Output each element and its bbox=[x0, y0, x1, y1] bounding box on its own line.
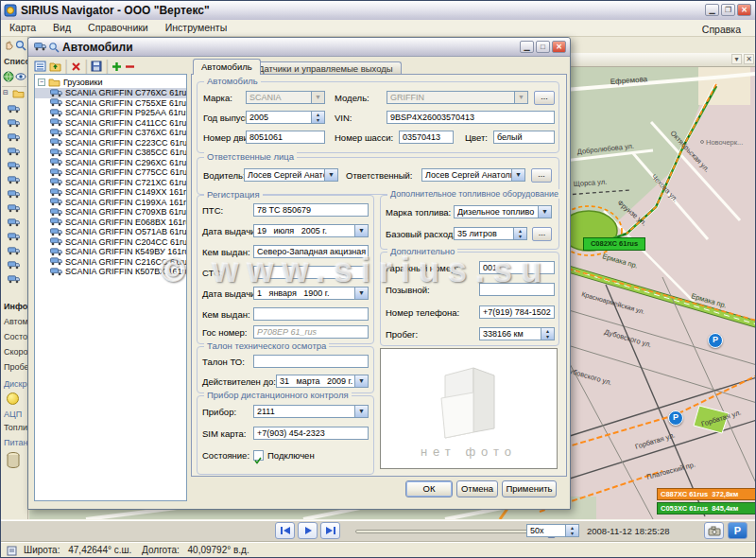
combo-model[interactable]: GRIFFIN▼ bbox=[387, 91, 528, 104]
cancel-button[interactable]: Отмена bbox=[456, 480, 498, 497]
combo-marka[interactable]: SCANIA▼ bbox=[246, 91, 325, 104]
map-vehicle-label[interactable]: С082ХС 61rus bbox=[583, 237, 645, 251]
tree-item-vehicle[interactable]: SCANIA GRIFFIN Е068ВХ 161rus bbox=[35, 218, 186, 228]
list-view-icon[interactable] bbox=[34, 61, 46, 72]
folder-up-icon[interactable] bbox=[49, 61, 61, 72]
connected-checkbox[interactable] bbox=[253, 450, 264, 461]
sts-issuer-field[interactable] bbox=[253, 307, 369, 321]
pts-date-picker[interactable]: 19 июля 2005 г.▼ bbox=[253, 224, 369, 237]
sts-date-picker[interactable]: 1 января 1900 г.▼ bbox=[253, 287, 369, 300]
tree-item-vehicle[interactable]: SCANIA GRIFFIN К507ВХ 161rus bbox=[35, 267, 186, 277]
tree-item-vehicle[interactable]: SCANIA GRIFFIN С755ХЕ 61rus bbox=[35, 98, 186, 109]
spinner-icon[interactable]: ▴▾ bbox=[565, 525, 578, 536]
sts-field[interactable] bbox=[253, 266, 369, 279]
pts-field[interactable]: 78 ТС 850679 bbox=[253, 203, 369, 217]
spinner-icon[interactable]: ▴▾ bbox=[311, 112, 324, 123]
tree-expander[interactable]: ⊟ bbox=[3, 89, 9, 96]
save-icon[interactable] bbox=[91, 61, 102, 72]
tree-item-vehicle[interactable]: SCANIA GRIFFIN С223СС 61rus bbox=[35, 138, 186, 148]
menu-karta[interactable]: Карта bbox=[1, 20, 44, 33]
tree-item-vehicle[interactable]: SCANIA GRIFFIN С775СС 61rus bbox=[35, 167, 186, 178]
remove-icon[interactable] bbox=[125, 61, 135, 72]
callsign-field[interactable] bbox=[479, 283, 555, 296]
tree-expander[interactable]: − bbox=[38, 78, 45, 86]
globe-icon[interactable] bbox=[3, 71, 14, 82]
apply-button[interactable]: Применить bbox=[502, 480, 557, 497]
garage-number-field[interactable]: 001 bbox=[479, 261, 555, 274]
fuel-rate-stepper[interactable]: 35 литров▴▾ bbox=[454, 227, 527, 240]
tree-item-vehicle[interactable]: SCANIA GRIFFIN С721ХС 61rus bbox=[35, 178, 186, 188]
dialog-minimize-button[interactable]: ▁ bbox=[520, 41, 534, 53]
restore-button[interactable]: ❐ bbox=[721, 4, 735, 16]
parking-marker[interactable]: P bbox=[668, 410, 683, 426]
mileage-stepper[interactable]: 338166 км▴▾ bbox=[479, 327, 555, 340]
add-icon[interactable] bbox=[112, 61, 122, 72]
map-close-icon[interactable]: ✕ bbox=[744, 54, 754, 64]
valid-until-picker[interactable]: 31 марта 2009 г.▼ bbox=[276, 375, 369, 388]
tree-item-vehicle[interactable]: SCANIA GRIFFIN О571АВ 61rus bbox=[35, 227, 186, 237]
tree-item-vehicle[interactable]: SCANIA GRIFFIN С376ХС 61rus bbox=[35, 128, 186, 138]
tree-item-vehicle[interactable]: SCANIA GRIFFIN Р925АА 61rus bbox=[35, 108, 186, 118]
dialog-maximize-button[interactable]: □ bbox=[536, 41, 550, 53]
longitude-value: 40,09792° в.д. bbox=[188, 545, 249, 555]
tree-item-vehicle[interactable]: SCANIA GRIFFIN С199ХА 161rus bbox=[35, 198, 186, 208]
skip-start-button[interactable] bbox=[275, 522, 295, 539]
zoom-tool-icon[interactable] bbox=[15, 40, 26, 51]
tree-root-gruzoviki[interactable]: − Грузовики bbox=[35, 75, 186, 88]
year-stepper[interactable]: 2005▴▾ bbox=[246, 111, 325, 124]
skip-end-button[interactable] bbox=[320, 522, 340, 539]
model-browse-button[interactable]: ... bbox=[534, 91, 555, 105]
track-label-orange[interactable]: С887ХС 61rus 372,8км bbox=[657, 488, 756, 500]
ticket-field[interactable] bbox=[253, 355, 369, 368]
sim-field[interactable]: +7(903) 454-2323 bbox=[253, 427, 369, 440]
map-collapse-icon[interactable]: ▾ bbox=[731, 54, 742, 64]
persons-browse-button[interactable]: ... bbox=[531, 168, 552, 183]
pts-issuer-field[interactable]: Северо-Западная акцизная т bbox=[253, 245, 369, 258]
dialog-close-button[interactable]: ✕ bbox=[552, 41, 566, 53]
color-field[interactable]: белый bbox=[493, 131, 555, 144]
tree-item-vehicle[interactable]: SCANIA GRIFFIN К549ВУ 161rus bbox=[35, 247, 186, 257]
gos-nomer-field[interactable]: Р708ЕР 61_rus bbox=[253, 325, 369, 339]
combo-device[interactable]: 2111▼ bbox=[253, 405, 369, 418]
no-photo-folder-icon bbox=[432, 360, 507, 440]
combo-fuel-type[interactable]: Дизельное топливо▼ bbox=[454, 205, 552, 218]
snapshot-button[interactable] bbox=[704, 522, 724, 539]
tree-item-vehicle[interactable]: SCANIA GRIFFIN С204СС 61rus bbox=[35, 237, 186, 248]
menu-instrumenty[interactable]: Инструменты bbox=[157, 20, 235, 33]
label-fuel-rate: Базовый расход: bbox=[386, 229, 455, 239]
tree-item-vehicle[interactable]: SCANIA GRIFFIN С149ХХ 161rus bbox=[35, 187, 186, 198]
truck-icon bbox=[8, 133, 20, 142]
delete-x-icon[interactable] bbox=[71, 61, 81, 72]
spinner-icon[interactable]: ▴▾ bbox=[513, 228, 526, 239]
combo-driver[interactable]: Лосев Сергей Анатолье▼ bbox=[244, 168, 338, 182]
play-button[interactable] bbox=[298, 522, 318, 539]
combo-responsible[interactable]: Лосев Сергей Анатоль▼ bbox=[421, 168, 525, 182]
speed-stepper[interactable]: 50x▴▾ bbox=[526, 524, 579, 537]
phone-field[interactable]: +7(919) 784-1502 bbox=[479, 305, 555, 319]
close-button[interactable]: ✕ bbox=[737, 4, 751, 16]
vin-field[interactable]: 9BSP4X26003570413 bbox=[387, 111, 555, 124]
parking-button[interactable]: P bbox=[728, 522, 747, 539]
track-label-green[interactable]: С053ХС 61rus 845,4км bbox=[657, 502, 756, 514]
fuel-browse-button[interactable]: ... bbox=[532, 227, 552, 241]
menu-vid[interactable]: Вид bbox=[44, 20, 79, 33]
ok-button[interactable]: ОК bbox=[405, 480, 453, 497]
parking-marker[interactable]: P bbox=[708, 333, 723, 348]
menu-spravka[interactable]: Справка bbox=[694, 22, 749, 35]
tab-datchiki[interactable]: Датчики и управляемые выходы bbox=[249, 61, 402, 75]
tree-item-vehicle[interactable]: SCANIA GRIFFIN С411СС 61rus bbox=[35, 118, 186, 129]
tree-item-vehicle[interactable]: SCANIA GRIFFIN С216СС 61rus bbox=[35, 257, 186, 268]
minimize-button[interactable]: ▁ bbox=[705, 4, 719, 16]
pan-hand-icon[interactable] bbox=[3, 40, 14, 51]
engine-number-field[interactable]: 8051061 bbox=[246, 131, 325, 144]
menu-spravochniki[interactable]: Справочники bbox=[79, 20, 157, 33]
tree-item-vehicle[interactable]: SCANIA GRIFFIN С296ХС 61rus bbox=[35, 158, 186, 168]
chassis-number-field[interactable]: 03570413 bbox=[399, 131, 454, 144]
eye-icon[interactable] bbox=[15, 71, 26, 82]
tree-item-vehicle[interactable]: SCANIA GRIFFIN С385СС 61rus bbox=[35, 148, 186, 158]
spinner-icon[interactable]: ▴▾ bbox=[541, 328, 554, 340]
tree-item-vehicle[interactable]: SCANIA GRIFFIN С776ХС 61rus bbox=[35, 88, 186, 98]
check-icon bbox=[254, 457, 262, 464]
tree-item-vehicle[interactable]: SCANIA GRIFFIN С709ХВ 61rus bbox=[35, 207, 186, 218]
tab-avtomobil[interactable]: Автомобиль bbox=[193, 59, 261, 75]
